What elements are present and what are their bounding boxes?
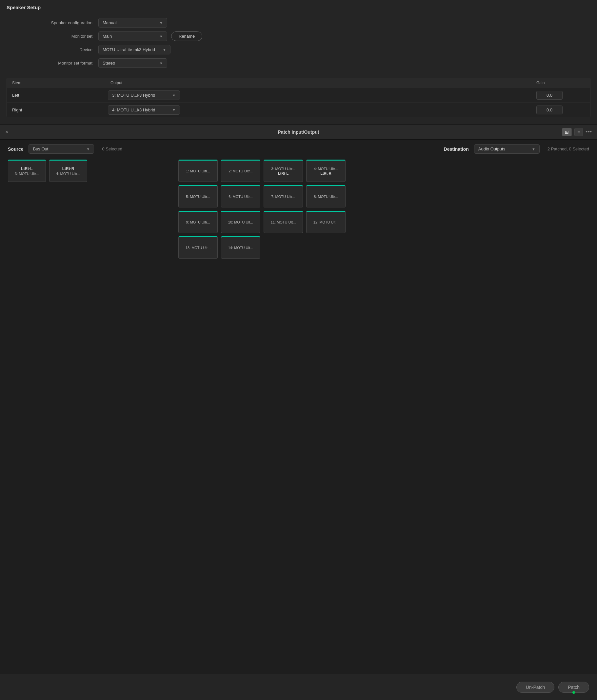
list-item[interactable]: 1: MOTU Ultr...	[178, 159, 218, 182]
dest-card-main: 12: MOTU Ult...	[313, 220, 338, 224]
speaker-config-row: Speaker configuration Manual ▼	[13, 18, 584, 27]
stem-gain-right: 0.0	[531, 105, 590, 115]
stem-output-value-left: 3: MOTU U...k3 Hybrid	[112, 93, 155, 98]
list-item[interactable]: 6: MOTU Ultr...	[221, 185, 260, 207]
stems-table-header: Stem Output Gain	[7, 78, 590, 88]
device-dropdown[interactable]: MOTU UltraLite mk3 Hybrid ▼	[98, 45, 170, 54]
speaker-setup-title: Speaker Setup	[0, 0, 597, 15]
monitor-set-value: Main	[103, 34, 112, 39]
stem-output-dropdown-right[interactable]: 4: MOTU U...k3 Hybrid ▼	[108, 105, 180, 115]
source-dropdown-value: Bus Out	[33, 147, 48, 151]
table-row: Right 4: MOTU U...k3 Hybrid ▼ 0.0	[7, 103, 590, 117]
list-item[interactable]: 2: MOTU Ultr...	[221, 159, 260, 182]
dest-card-main: 6: MOTU Ultr...	[229, 195, 253, 199]
patch-indicator	[572, 691, 575, 694]
monitor-format-label: Monitor set format	[13, 60, 98, 66]
chevron-down-icon: ▼	[532, 147, 535, 151]
destination-label: Destination	[444, 147, 469, 152]
chevron-down-icon: ▼	[163, 48, 166, 52]
list-item[interactable]: LtRt-L 3: MOTU Ultr...	[8, 159, 46, 182]
patch-button[interactable]: Patch	[558, 682, 589, 693]
speaker-config-label: Speaker configuration	[13, 20, 98, 25]
stems-table: Stem Output Gain Left 3: MOTU U...k3 Hyb…	[6, 78, 591, 117]
dest-card-main: 7: MOTU Ultr...	[271, 195, 295, 199]
stem-output-left: 3: MOTU U...k3 Hybrid ▼	[105, 91, 531, 100]
dest-card-main: 5: MOTU Ultr...	[186, 195, 210, 199]
chevron-down-icon: ▼	[87, 147, 90, 151]
destination-dropdown-value: Audio Outputs	[478, 147, 505, 151]
dest-card-main: 9: MOTU Ultr...	[186, 220, 210, 224]
dest-card-main: 13: MOTU Ult...	[186, 246, 211, 250]
list-item[interactable]: 3: MOTU Ultr... LtRt-L	[264, 159, 303, 182]
list-view-button[interactable]: ≡	[574, 128, 583, 136]
destination-dropdown[interactable]: Audio Outputs ▼	[474, 144, 540, 154]
dest-card-main: 3: MOTU Ultr...	[271, 167, 295, 171]
destination-patched-count: 2 Patched, 0 Selected	[548, 147, 589, 151]
list-item[interactable]: 11: MOTU Ult...	[264, 211, 303, 233]
list-item[interactable]: 9: MOTU Ultr...	[178, 211, 218, 233]
stems-table-body: Left 3: MOTU U...k3 Hybrid ▼ 0.0 Right 4…	[7, 88, 590, 117]
device-value: MOTU UltraLite mk3 Hybrid	[103, 47, 155, 52]
list-item[interactable]: 5: MOTU Ultr...	[178, 185, 218, 207]
source-dropdown[interactable]: Bus Out ▼	[28, 144, 94, 154]
patch-button-label: Patch	[568, 684, 580, 690]
chevron-down-icon: ▼	[172, 93, 176, 97]
source-cards: LtRt-L 3: MOTU Ultr... LtRt-R 4: MOTU Ul…	[8, 158, 165, 182]
stem-gain-left: 0.0	[531, 91, 590, 100]
more-options-button[interactable]: •••	[586, 128, 592, 135]
gain-value-left[interactable]: 0.0	[536, 91, 563, 100]
stem-output-dropdown-left[interactable]: 3: MOTU U...k3 Hybrid ▼	[108, 91, 180, 100]
stem-output-right: 4: MOTU U...k3 Hybrid ▼	[105, 105, 531, 115]
monitor-set-row: Monitor set Main ▼ Rename	[13, 31, 584, 41]
destination-area: 1: MOTU Ultr... 2: MOTU Ultr... 3: MOTU …	[165, 158, 589, 258]
list-item[interactable]: 8: MOTU Ultr...	[306, 185, 345, 207]
list-item[interactable]: 13: MOTU Ult...	[178, 236, 218, 258]
patch-header-controls: ⊞ ≡ •••	[562, 128, 592, 136]
source-card-name: LtRt-L	[21, 167, 32, 171]
chevron-down-icon: ▼	[159, 21, 163, 25]
monitor-format-row: Monitor set format Stereo ▼	[13, 58, 584, 68]
gain-col-header: Gain	[531, 78, 590, 88]
chevron-down-icon: ▼	[159, 34, 163, 38]
grid-view-button[interactable]: ⊞	[562, 128, 572, 136]
monitor-set-label: Monitor set	[13, 34, 98, 39]
dest-card-main: 10: MOTU Ult...	[228, 220, 253, 224]
source-card-sub: 3: MOTU Ultr...	[15, 172, 39, 176]
dest-card-patch-label: LtRt-L	[278, 171, 288, 175]
dest-card-main: 1: MOTU Ultr...	[186, 169, 210, 173]
monitor-format-dropdown[interactable]: Stereo ▼	[98, 58, 167, 68]
speaker-config-control: Manual ▼	[98, 18, 167, 27]
close-button[interactable]: ×	[5, 129, 8, 135]
chevron-down-icon: ▼	[172, 108, 176, 112]
unpatch-button[interactable]: Un-Patch	[516, 682, 554, 693]
stem-name-left: Left	[7, 93, 105, 98]
patch-panel-title: Patch Input/Output	[278, 129, 319, 135]
monitor-set-control: Main ▼ Rename	[98, 31, 202, 41]
list-item[interactable]: LtRt-R 4: MOTU Ultr...	[49, 159, 87, 182]
list-item[interactable]: 14: MOTU Ult...	[221, 236, 260, 258]
source-selected-count: 0 Selected	[102, 147, 122, 151]
chevron-down-icon: ▼	[159, 61, 163, 65]
patch-panel: × Patch Input/Output ⊞ ≡ ••• Source Bus …	[0, 125, 597, 662]
speaker-config-value: Manual	[103, 20, 117, 25]
monitor-set-dropdown[interactable]: Main ▼	[98, 31, 167, 41]
stem-name-right: Right	[7, 107, 105, 112]
speaker-config-dropdown[interactable]: Manual ▼	[98, 18, 167, 27]
source-card-name: LtRt-R	[62, 167, 74, 171]
list-item[interactable]: 10: MOTU Ult...	[221, 211, 260, 233]
list-item[interactable]: 12: MOTU Ult...	[306, 211, 345, 233]
source-card-sub: 4: MOTU Ultr...	[56, 172, 80, 176]
dest-card-main: 8: MOTU Ultr...	[314, 195, 338, 199]
gain-value-right[interactable]: 0.0	[536, 105, 563, 115]
dest-cards: 1: MOTU Ultr... 2: MOTU Ultr... 3: MOTU …	[178, 158, 589, 258]
list-item[interactable]: 7: MOTU Ultr...	[264, 185, 303, 207]
rename-button[interactable]: Rename	[171, 31, 202, 41]
patch-header: × Patch Input/Output ⊞ ≡ •••	[0, 125, 597, 140]
list-item[interactable]: 4: MOTU Ultr... LtRt-R	[306, 159, 345, 182]
monitor-format-value: Stereo	[103, 60, 115, 66]
dest-card-patch-label: LtRt-R	[320, 171, 331, 175]
patch-content: LtRt-L 3: MOTU Ultr... LtRt-R 4: MOTU Ul…	[0, 158, 597, 258]
patch-bottom-bar: Un-Patch Patch	[0, 674, 597, 700]
stem-col-header: Stem	[7, 78, 105, 88]
source-label: Source	[8, 147, 23, 152]
